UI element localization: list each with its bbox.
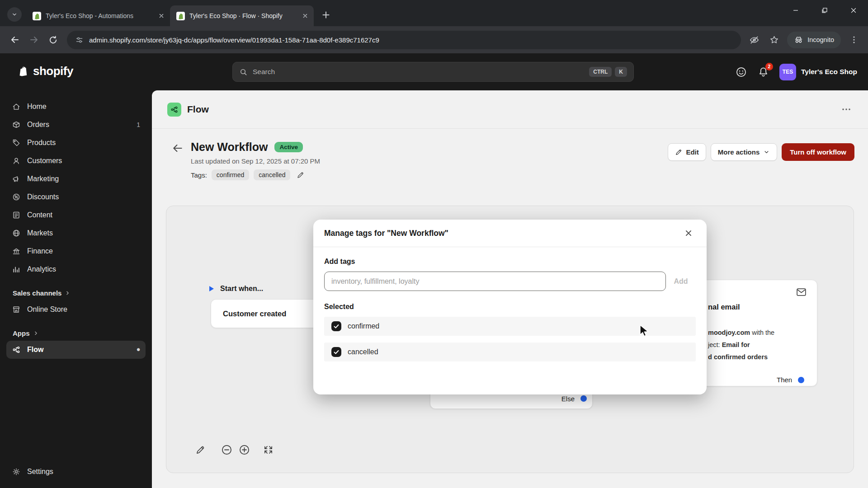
more-actions-button[interactable]: More actions bbox=[711, 143, 778, 161]
sidebar-item-marketing[interactable]: Marketing bbox=[6, 170, 146, 188]
tab-close-icon[interactable] bbox=[157, 12, 165, 20]
products-icon bbox=[12, 138, 21, 147]
maximize-button[interactable] bbox=[810, 0, 839, 21]
status-badge: Active bbox=[274, 142, 303, 152]
sidebar-item-label: Content bbox=[27, 211, 52, 219]
turn-off-workflow-button[interactable]: Turn off workflow bbox=[782, 143, 854, 161]
selected-tag-row[interactable]: cancelled bbox=[324, 343, 696, 361]
sidebar-item-online-store[interactable]: Online Store bbox=[6, 300, 146, 319]
search-icon bbox=[239, 68, 248, 76]
url-bar[interactable]: admin.shopify.com/store/jy63jq-dc/apps/f… bbox=[67, 31, 741, 49]
browser-toolbar: admin.shopify.com/store/jy63jq-dc/apps/f… bbox=[0, 26, 868, 53]
sidebar-item-finance[interactable]: Finance bbox=[6, 242, 146, 260]
home-icon bbox=[12, 102, 21, 111]
unsaved-dot: • bbox=[137, 347, 140, 352]
url-text: admin.shopify.com/store/jy63jq-dc/apps/f… bbox=[89, 36, 379, 44]
sidebar-item-settings[interactable]: Settings bbox=[6, 463, 146, 481]
sidebar-section-apps[interactable]: Apps bbox=[13, 329, 140, 337]
flow-icon bbox=[12, 345, 21, 354]
section-label: Sales channels bbox=[13, 289, 61, 297]
shopify-wordmark: shopify bbox=[33, 64, 73, 78]
email-card-title: nal email bbox=[708, 303, 740, 311]
tags-label: Tags: bbox=[191, 171, 207, 179]
checkbox-checked[interactable] bbox=[331, 347, 341, 357]
then-label: Then bbox=[777, 376, 792, 384]
flow-app-header: Flow bbox=[152, 90, 868, 129]
sidebar: Home Orders 1 Products Customers Marketi… bbox=[0, 90, 152, 488]
shortcut-k-key: K bbox=[615, 67, 627, 77]
search-placeholder: Search bbox=[253, 68, 275, 76]
shopify-favicon-icon bbox=[176, 12, 185, 20]
browser-tab-flow[interactable]: Tyler's Eco Shop · Flow · Shopify bbox=[170, 5, 314, 26]
browser-tab-automations[interactable]: Tyler's Eco Shop - Automations bbox=[26, 5, 170, 26]
edit-button-label: Edit bbox=[686, 148, 698, 156]
checkbox-checked[interactable] bbox=[331, 321, 341, 331]
trigger-card-title: Customer created bbox=[223, 310, 286, 318]
sidebar-item-orders[interactable]: Orders 1 bbox=[6, 116, 146, 134]
last-updated-text: Last updated on Sep 12, 2025 at 07:20 PM bbox=[191, 157, 320, 165]
tab-title: Tyler's Eco Shop · Flow · Shopify bbox=[189, 12, 297, 19]
reload-button[interactable] bbox=[43, 30, 62, 49]
tags-input[interactable] bbox=[324, 272, 666, 291]
orders-count-badge: 1 bbox=[137, 121, 140, 128]
play-triangle-icon bbox=[209, 286, 214, 292]
assistant-icon[interactable] bbox=[735, 66, 747, 78]
sidebar-item-discounts[interactable]: Discounts bbox=[6, 188, 146, 206]
sidebar-item-label: Analytics bbox=[27, 265, 56, 273]
sidebar-item-flow[interactable]: Flow • bbox=[6, 341, 146, 359]
fit-to-screen-icon[interactable] bbox=[263, 445, 274, 455]
shopify-logo[interactable]: shopify bbox=[16, 64, 73, 78]
analytics-icon bbox=[12, 265, 21, 274]
sidebar-item-home[interactable]: Home bbox=[6, 98, 146, 116]
close-window-button[interactable] bbox=[839, 0, 868, 21]
title-block: New Workflow Active Last updated on Sep … bbox=[191, 141, 320, 180]
store-menu[interactable]: TES Tyler's Eco Shop bbox=[779, 64, 857, 80]
bookmark-star-icon[interactable] bbox=[765, 31, 783, 48]
add-tags-label: Add tags bbox=[324, 258, 696, 266]
store-avatar: TES bbox=[779, 64, 796, 80]
shopify-bag-icon bbox=[16, 65, 30, 78]
back-arrow-button[interactable] bbox=[172, 142, 184, 155]
new-tab-button[interactable] bbox=[320, 9, 332, 21]
selected-tag-label: confirmed bbox=[348, 322, 379, 330]
minimize-button[interactable] bbox=[781, 0, 810, 21]
selected-label: Selected bbox=[324, 303, 696, 311]
browser-menu-icon[interactable] bbox=[845, 31, 863, 48]
app-more-options-button[interactable] bbox=[841, 104, 852, 115]
incognito-badge: Incognito bbox=[787, 32, 841, 48]
notifications-button[interactable]: 2 bbox=[757, 66, 769, 78]
sidebar-item-label: Online Store bbox=[27, 305, 67, 314]
site-info-icon[interactable] bbox=[75, 36, 84, 44]
connector-dot[interactable] bbox=[580, 395, 587, 402]
edit-workflow-pencil-icon[interactable] bbox=[195, 445, 205, 455]
sidebar-section-sales-channels[interactable]: Sales channels bbox=[13, 289, 140, 297]
storefront-icon bbox=[12, 305, 21, 314]
topbar-right: 2 TES Tyler's Eco Shop bbox=[735, 53, 857, 90]
add-tag-button[interactable]: Add bbox=[666, 277, 696, 286]
sidebar-item-analytics[interactable]: Analytics bbox=[6, 260, 146, 278]
close-icon[interactable] bbox=[681, 226, 696, 240]
modal-body: Add tags Add Selected confirmed cancelle… bbox=[313, 247, 707, 361]
sidebar-item-products[interactable]: Products bbox=[6, 134, 146, 152]
edit-tags-pencil-icon[interactable] bbox=[297, 171, 304, 179]
incognito-label: Incognito bbox=[807, 36, 834, 43]
connector-dot[interactable] bbox=[798, 377, 804, 383]
eye-off-icon[interactable] bbox=[745, 31, 763, 48]
global-search[interactable]: Search CTRL K bbox=[232, 62, 634, 82]
sidebar-item-label: Discounts bbox=[27, 193, 59, 201]
gear-icon bbox=[12, 467, 21, 476]
sidebar-item-markets[interactable]: Markets bbox=[6, 224, 146, 242]
forward-button[interactable] bbox=[24, 30, 43, 49]
edit-button[interactable]: Edit bbox=[668, 143, 706, 161]
sidebar-item-customers[interactable]: Customers bbox=[6, 152, 146, 170]
email-card-line: moodjoy.com with the bbox=[708, 329, 774, 336]
start-when-marker: Start when... bbox=[209, 285, 263, 293]
zoom-in-icon[interactable] bbox=[238, 444, 250, 456]
tab-search-button[interactable] bbox=[7, 7, 22, 22]
tab-close-icon[interactable] bbox=[301, 12, 309, 20]
zoom-out-icon[interactable] bbox=[221, 444, 233, 456]
back-button[interactable] bbox=[5, 30, 24, 49]
chevron-down-icon bbox=[11, 11, 18, 18]
sidebar-item-content[interactable]: Content bbox=[6, 206, 146, 224]
shortcut-ctrl-key: CTRL bbox=[589, 67, 612, 77]
